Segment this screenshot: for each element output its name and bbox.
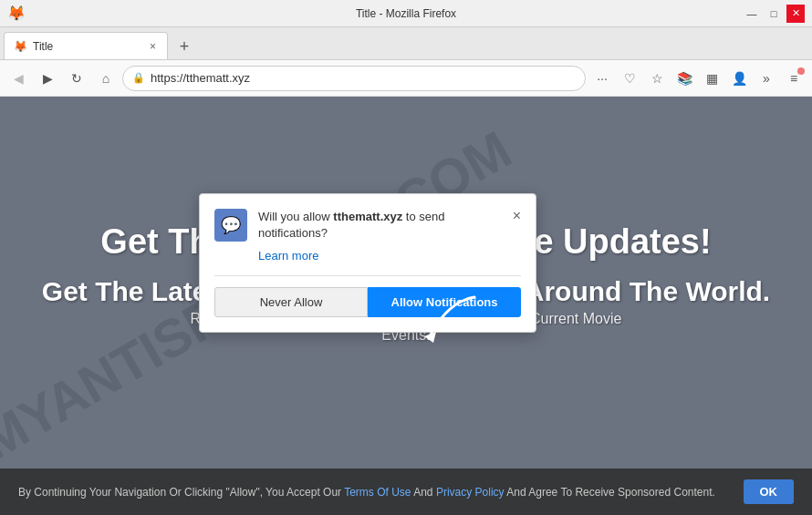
tab-favicon: 🦊 xyxy=(14,40,27,53)
popup-message: Will you allow tthematt.xyz to send noti… xyxy=(258,209,502,242)
footer-text-middle: And xyxy=(411,486,436,499)
lock-icon: 🔒 xyxy=(132,72,145,84)
popup-buttons: Never Allow Allow Notifications xyxy=(214,275,521,317)
notification-popup: 💬 Will you allow tthematt.xyz to send no… xyxy=(199,193,536,333)
popup-domain: tthematt.xyz xyxy=(333,210,402,223)
extensions-button[interactable]: » xyxy=(754,66,779,91)
sidebar-button[interactable]: ▦ xyxy=(699,66,724,91)
close-button[interactable]: ✕ xyxy=(786,5,805,23)
allow-notifications-button[interactable]: Allow Notifications xyxy=(368,287,521,317)
browser-frame: 🦊 Title - Mozilla Firefox — □ ✕ 🦊 Title … xyxy=(0,0,812,515)
tab-close-button[interactable]: × xyxy=(148,38,158,55)
new-tab-button[interactable]: + xyxy=(172,34,197,59)
popup-header: 💬 Will you allow tthematt.xyz to send no… xyxy=(214,209,521,242)
footer-text-end: And Agree To Receive Sponsored Content. xyxy=(505,486,715,499)
minimize-button[interactable]: — xyxy=(743,5,761,23)
privacy-policy-link[interactable]: Privacy Policy xyxy=(436,486,505,499)
menu-button[interactable]: ≡ xyxy=(781,66,807,91)
chat-icon: 💬 xyxy=(214,209,247,242)
window-controls: — □ ✕ xyxy=(743,5,805,23)
page-content: MYANTISPYWARE.COM 💬 Will you allow tthem… xyxy=(0,97,812,515)
bookmark-button[interactable]: ☆ xyxy=(644,66,670,91)
nav-right-icons: ··· ♡ ☆ 📚 ▦ 👤 » ≡ xyxy=(589,66,807,91)
forward-button[interactable]: ▶ xyxy=(35,66,60,91)
footer-text: By Continuing Your Navigation Or Clickin… xyxy=(18,486,715,499)
library-button[interactable]: 📚 xyxy=(671,66,697,91)
firefox-icon: 🦊 xyxy=(7,5,26,22)
popup-learn-more-link[interactable]: Learn more xyxy=(258,249,521,263)
never-allow-button[interactable]: Never Allow xyxy=(214,287,368,317)
sync-button[interactable]: 👤 xyxy=(726,66,752,91)
home-button[interactable]: ⌂ xyxy=(93,66,119,91)
footer-ok-button[interactable]: OK xyxy=(744,479,795,504)
maximize-button[interactable]: □ xyxy=(765,5,783,23)
terms-of-use-link[interactable]: Terms Of Use xyxy=(344,486,411,499)
url-display: https://tthematt.xyz xyxy=(151,71,576,85)
more-options-button[interactable]: ··· xyxy=(589,66,615,91)
reload-button[interactable]: ↻ xyxy=(64,66,89,91)
footer-text-before: By Continuing Your Navigation Or Clickin… xyxy=(18,486,344,499)
address-bar[interactable]: 🔒 https://tthematt.xyz xyxy=(122,66,586,91)
tab-title: Title xyxy=(33,40,142,53)
footer-bar: By Continuing Your Navigation Or Clickin… xyxy=(0,469,812,515)
pocket-button[interactable]: ♡ xyxy=(617,66,642,91)
title-bar-text: Title - Mozilla Firefox xyxy=(356,7,456,20)
active-tab[interactable]: 🦊 Title × xyxy=(4,32,168,59)
title-bar: 🦊 Title - Mozilla Firefox — □ ✕ xyxy=(0,0,812,27)
notification-dot xyxy=(797,67,805,75)
popup-close-button[interactable]: × xyxy=(513,209,521,223)
tab-bar: 🦊 Title × + xyxy=(0,27,812,60)
nav-bar: ◀ ▶ ↻ ⌂ 🔒 https://tthematt.xyz ··· ♡ ☆ 📚… xyxy=(0,60,812,97)
back-button[interactable]: ◀ xyxy=(5,66,31,91)
